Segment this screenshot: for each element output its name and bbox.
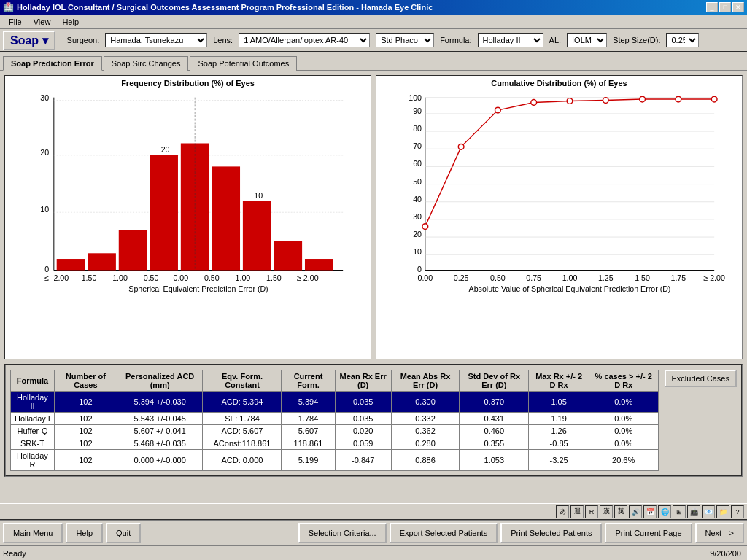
- svg-text:0.00: 0.00: [173, 273, 188, 282]
- col-formula: Formula: [11, 370, 55, 392]
- svg-point-60: [640, 96, 646, 102]
- svg-text:1.00: 1.00: [562, 273, 578, 282]
- svg-text:0.75: 0.75: [526, 273, 541, 282]
- svg-text:-1.50: -1.50: [79, 273, 96, 282]
- lens-select[interactable]: 1 AMO/Allergan/loptex AR-40: [239, 33, 370, 47]
- title-bar-buttons: _ □ ✕: [706, 2, 744, 12]
- svg-rect-14: [212, 166, 240, 270]
- main-menu-button[interactable]: Main Menu: [3, 523, 63, 543]
- svg-text:Absolute Value of Spherical Eq: Absolute Value of Spherical Equivalent P…: [469, 284, 671, 293]
- soap-toolbar: Soap ▾ Surgeon: Hamada, Tsunekazu Lens: …: [0, 29, 747, 52]
- svg-rect-9: [57, 259, 85, 270]
- svg-text:1.50: 1.50: [635, 273, 650, 282]
- tray-icon-13: ?: [731, 505, 744, 518]
- freq-chart-title: Frequency Distribution (%) of Eyes: [8, 79, 368, 88]
- maximize-button[interactable]: □: [719, 2, 731, 12]
- status-bar: Ready 9/20/200: [0, 545, 747, 560]
- svg-point-56: [495, 107, 501, 113]
- svg-text:10: 10: [254, 191, 263, 200]
- tab-soap-potential-outcomes[interactable]: Soap Potential Outcomes: [190, 56, 297, 71]
- quit-button[interactable]: Quit: [106, 523, 141, 543]
- tray-icon-4: 漢: [600, 505, 613, 518]
- selection-criteria-button[interactable]: Selection Criteria...: [298, 523, 387, 543]
- svg-text:≥ 2.00: ≥ 2.00: [703, 273, 725, 282]
- formula-select[interactable]: Holladay II: [478, 33, 543, 47]
- results-table: Formula Number of Cases Personalized ACD…: [10, 370, 659, 471]
- export-selected-patients-button[interactable]: Export Selected Patients: [390, 523, 498, 543]
- svg-text:1.50: 1.50: [266, 273, 282, 282]
- svg-text:60: 60: [413, 159, 422, 168]
- svg-rect-12: [150, 155, 178, 271]
- col-efc: Eqv. Form. Constant: [203, 370, 282, 392]
- col-pct: % cases > +/- 2 D Rx: [589, 370, 658, 392]
- al-label: AL:: [549, 36, 562, 44]
- data-table-container: Formula Number of Cases Personalized ACD…: [4, 364, 743, 477]
- tray-icon-8: 🌐: [658, 505, 671, 518]
- svg-text:20: 20: [413, 230, 422, 238]
- svg-text:≥ 2.00: ≥ 2.00: [297, 273, 319, 282]
- step-size-select[interactable]: 0.25: [666, 33, 699, 47]
- svg-text:30: 30: [40, 93, 49, 102]
- svg-text:Spherical Equivalent Predictio: Spherical Equivalent Prediction Error (D…: [128, 284, 268, 293]
- col-pacd: Personalized ACD (mm): [117, 370, 203, 392]
- svg-text:0.50: 0.50: [490, 273, 506, 282]
- col-cases: Number of Cases: [54, 370, 117, 392]
- status-date: 9/20/200: [710, 549, 744, 558]
- table-row[interactable]: SRK-T1025.468 +/-0.035AConst:118.861118.…: [11, 438, 659, 450]
- svg-text:0: 0: [417, 265, 422, 273]
- print-current-page-button[interactable]: Print Current Page: [605, 523, 692, 543]
- svg-point-57: [531, 100, 537, 106]
- svg-rect-11: [119, 230, 147, 270]
- svg-rect-16: [274, 241, 302, 271]
- col-mare: Mean Abs Rx Err (D): [391, 370, 459, 392]
- tab-soap-sirc-changes[interactable]: Soap Sirc Changes: [104, 56, 189, 71]
- tray-icon-6: 🔊: [629, 505, 642, 518]
- svg-point-55: [458, 144, 464, 149]
- svg-point-59: [603, 98, 608, 104]
- tray-icon-12: 📁: [716, 505, 729, 518]
- tabs-container: Soap Prediction Error Soap Sirc Changes …: [0, 52, 747, 71]
- menu-help[interactable]: Help: [56, 16, 85, 28]
- table-row[interactable]: Holladay II1025.394 +/-0.030ACD: 5.3945.…: [11, 392, 659, 413]
- tray-icon-10: 📠: [687, 505, 700, 518]
- help-button[interactable]: Help: [66, 523, 103, 543]
- next-button[interactable]: Next -->: [695, 523, 744, 543]
- excluded-cases-button[interactable]: Excluded Cases: [665, 370, 738, 387]
- svg-point-58: [567, 98, 573, 104]
- svg-text:0.00: 0.00: [417, 273, 433, 282]
- minimize-button[interactable]: _: [706, 2, 718, 12]
- col-cf: Current Form.: [282, 370, 335, 392]
- svg-text:20: 20: [161, 145, 170, 154]
- freq-chart-svg: 0 10 20 30: [8, 90, 368, 302]
- col-std: Std Dev of Rx Err (D): [460, 370, 529, 392]
- svg-rect-17: [305, 259, 333, 270]
- svg-text:1.25: 1.25: [598, 273, 614, 282]
- soap-logo[interactable]: Soap ▾: [3, 31, 55, 50]
- print-selected-patients-button[interactable]: Print Selected Patients: [500, 523, 602, 543]
- std-phaco-select[interactable]: Std Phaco: [376, 33, 434, 47]
- svg-text:100: 100: [409, 93, 422, 102]
- close-button[interactable]: ✕: [732, 2, 744, 12]
- svg-text:70: 70: [413, 141, 422, 150]
- formula-label: Formula:: [440, 36, 471, 44]
- table-row[interactable]: Holladay I1025.543 +/-0.045SF: 1.7841.78…: [11, 413, 659, 425]
- table-row[interactable]: Holladay R1020.000 +/-0.000ACD: 0.0005.1…: [11, 450, 659, 471]
- tab-soap-prediction-error[interactable]: Soap Prediction Error: [3, 56, 102, 71]
- svg-text:1.00: 1.00: [236, 273, 251, 282]
- svg-text:40: 40: [413, 195, 422, 203]
- menu-view[interactable]: View: [28, 16, 57, 28]
- svg-text:10: 10: [413, 247, 422, 256]
- menu-bar: File View Help: [0, 15, 747, 29]
- tray-icon-9: ⊞: [673, 505, 686, 518]
- surgeon-label: Surgeon:: [67, 36, 100, 44]
- system-tray: あ 運 R 漢 英 🔊 📅 🌐 ⊞ 📠 📧 📁 ?: [0, 503, 747, 519]
- svg-point-62: [711, 96, 717, 102]
- table-row[interactable]: Huffer-Q1025.607 +/-0.041ACD: 5.6075.607…: [11, 425, 659, 438]
- svg-text:≤ -2.00: ≤ -2.00: [44, 273, 69, 282]
- surgeon-select[interactable]: Hamada, Tsunekazu: [105, 33, 207, 47]
- col-mre: Mean Rx Err (D): [335, 370, 391, 392]
- svg-text:20: 20: [40, 148, 49, 157]
- al-select[interactable]: IOLM: [567, 33, 607, 47]
- title-bar: 🏥 Holladay IOL Consultant / Surgical Out…: [0, 0, 747, 15]
- menu-file[interactable]: File: [3, 16, 28, 28]
